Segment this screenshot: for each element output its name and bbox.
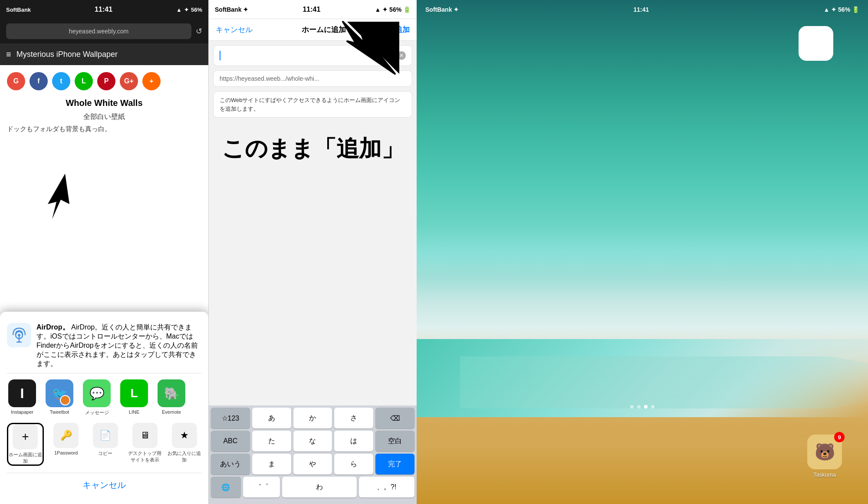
gplus-icon[interactable]: G+ — [120, 72, 138, 90]
instruction-text: このまま「追加」 — [213, 135, 412, 162]
app-evernote[interactable]: 🐘 Evernote — [156, 379, 187, 416]
line-icon[interactable]: L — [75, 72, 93, 90]
panel2-title: ホームに追加 — [302, 25, 346, 35]
add-home-icon: + — [13, 424, 38, 449]
wave-2 — [460, 356, 868, 408]
messages-label: メッセージ — [85, 409, 109, 416]
share-icons-row: G f t L P G+ + — [7, 72, 201, 90]
kb-row-1: ☆123 あ か さ ⌫ — [209, 405, 417, 428]
app-messages[interactable]: 💬 メッセージ — [82, 379, 112, 416]
app-line[interactable]: L LINE — [119, 379, 149, 416]
home-screen-icon-white[interactable] — [799, 26, 833, 61]
reload-button[interactable]: ↺ — [196, 26, 202, 36]
bookmark-icon: ★ — [172, 423, 197, 448]
airdrop-row: AirDrop。 AirDrop。近くの人と簡単に共有できます。iOSではコント… — [7, 319, 201, 373]
dot-2 — [637, 405, 641, 408]
nav-title: Mysterious iPhone Wallpaper — [16, 50, 118, 59]
battery-2: ▲ ✦ 56% 🔋 — [375, 6, 411, 13]
pinterest-icon[interactable]: P — [97, 72, 115, 90]
dot-1 — [630, 405, 634, 408]
kb-key-sa[interactable]: さ — [334, 408, 373, 428]
action-add-home[interactable]: + ホーム画面に追加 — [7, 423, 44, 466]
kb-key-delete[interactable]: ⌫ — [375, 408, 414, 428]
kb-key-a[interactable]: あ — [252, 408, 291, 428]
kb-key-na[interactable]: な — [293, 431, 332, 451]
line-label: LINE — [129, 409, 139, 415]
url-row: https://heyeased.weeb.../whole-whi... — [213, 70, 412, 87]
action-bookmark[interactable]: ★ お気に入りに追加 — [167, 423, 201, 466]
name-input-row[interactable]: ✕ — [213, 45, 412, 66]
signal-icon: ▲ — [176, 7, 182, 13]
time-1: 11:41 — [95, 6, 112, 13]
desktop-label: デスクトップ用サイトを表示 — [128, 450, 162, 463]
kb-key-ra[interactable]: ら — [334, 454, 373, 474]
action-1password[interactable]: 🔑 1Password — [49, 423, 83, 466]
content-title: Whole White Walls — [7, 98, 201, 108]
status-bar-3: SoftBank ✦ 11:41 ▲ ✦ 56% 🔋 — [417, 0, 868, 19]
instapaper-label: Instapaper — [11, 409, 33, 415]
url-bar[interactable]: heyeased.weebly.com — [6, 23, 191, 39]
kb-key-ka[interactable]: か — [293, 408, 332, 428]
app-instapaper[interactable]: I Instapaper — [7, 379, 37, 416]
status-bar-2: SoftBank ✦ 11:41 ▲ ✦ 56% 🔋 — [209, 0, 417, 19]
kb-key-globe[interactable]: 🌐 — [211, 477, 241, 497]
1password-icon: 🔑 — [53, 423, 79, 448]
kb-key-ta[interactable]: た — [252, 431, 291, 451]
hamburger-icon[interactable]: ≡ — [6, 49, 11, 59]
1password-label: 1Password — [54, 450, 78, 455]
kb-key-done[interactable]: 完了 — [375, 454, 414, 474]
copy-icon: 📄 — [93, 423, 118, 448]
twitter-icon[interactable]: t — [52, 72, 70, 90]
carrier-1: SoftBank — [6, 7, 31, 13]
kb-key-ya[interactable]: や — [293, 454, 332, 474]
clear-button[interactable]: ✕ — [397, 51, 406, 60]
taskuma-app[interactable]: 🐻 9 Taskuma — [807, 435, 842, 478]
line-app-icon: L — [120, 379, 148, 407]
battery-1: 56% — [191, 7, 202, 13]
taskuma-icon: 🐻 9 — [807, 435, 842, 469]
google-icon[interactable]: G — [7, 72, 25, 90]
kb-key-hiragana[interactable]: あいう — [211, 454, 250, 474]
panel-2: SoftBank ✦ 11:41 ▲ ✦ 56% 🔋 キャンセル ホームに追加 … — [208, 0, 417, 504]
tweetbot-label: Tweetbot — [50, 409, 69, 415]
time-2: 11:41 — [302, 6, 320, 13]
evernote-label: Evernote — [162, 409, 181, 415]
battery-3: ▲ ✦ 56% 🔋 — [823, 6, 859, 13]
kb-row-3: あいう ま や ら 完了 — [209, 451, 417, 474]
kb-key-wa[interactable]: わ — [282, 477, 356, 497]
text-cursor — [220, 51, 220, 60]
copy-label: コピー — [98, 450, 112, 457]
messages-icon: 💬 — [83, 379, 111, 407]
kb-key-space[interactable]: 空白 — [375, 431, 414, 451]
panel2-add-button[interactable]: 追加 — [395, 25, 410, 35]
cancel-button-1[interactable]: キャンセル — [7, 473, 201, 497]
panel2-cancel-button[interactable]: キャンセル — [216, 25, 253, 35]
page-dots — [630, 405, 654, 408]
status-bar-1: SoftBank 11:41 ▲ ✦ 56% — [0, 0, 208, 19]
japanese-keyboard: ☆123 あ か さ ⌫ ABC た な は 空白 あいう ま や ら 完了 🌐… — [209, 405, 417, 504]
evernote-icon: 🐘 — [158, 379, 185, 407]
facebook-icon[interactable]: f — [30, 72, 48, 90]
kb-key-dakuten[interactable]: ゛゜ — [243, 477, 280, 497]
airdrop-description: AirDrop。 AirDrop。近くの人と簡単に共有できます。iOSではコント… — [36, 323, 201, 369]
content-desc: ドックもフォルダも背景も真っ白。 — [7, 125, 201, 133]
kb-key-ma[interactable]: ま — [252, 454, 291, 474]
app-row: I Instapaper 🐦 Tweetbot 💬 メッセージ L LINE 🐘… — [7, 379, 201, 416]
app-tweetbot[interactable]: 🐦 Tweetbot — [44, 379, 75, 416]
dot-4 — [651, 405, 654, 408]
taskuma-badge: 9 — [834, 432, 845, 442]
kb-key-abc[interactable]: ABC — [211, 431, 250, 451]
action-copy[interactable]: 📄 コピー — [89, 423, 123, 466]
airdrop-title: AirDrop。 — [36, 323, 69, 331]
notice-text: このWebサイトにすばやくアクセスできるようにホーム画面にアイコンを追加します。 — [213, 91, 412, 118]
action-desktop[interactable]: 🖥 デスクトップ用サイトを表示 — [128, 423, 162, 466]
kb-key-123[interactable]: ☆123 — [211, 408, 250, 428]
bluetooth-icon: ✦ — [184, 7, 189, 13]
panel-3: SoftBank ✦ 11:41 ▲ ✦ 56% 🔋 🐻 9 Taskuma — [417, 0, 868, 504]
svg-point-2 — [18, 334, 20, 336]
kb-key-punctuation[interactable]: 、。?! — [359, 477, 414, 497]
kb-row-4: 🌐 ゛゜ わ 、。?! — [209, 474, 417, 500]
more-icon[interactable]: + — [142, 72, 161, 90]
kb-key-ha[interactable]: は — [334, 431, 373, 451]
desktop-icon: 🖥 — [132, 423, 158, 448]
